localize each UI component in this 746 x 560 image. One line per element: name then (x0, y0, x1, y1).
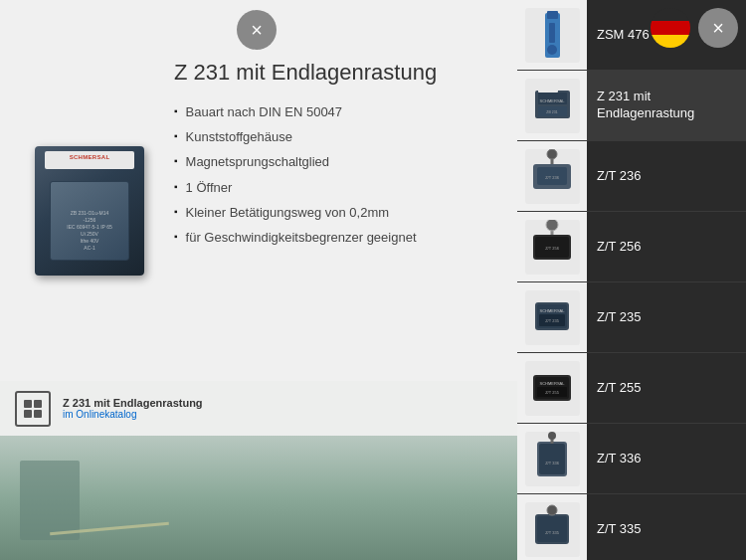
product-title: Z 231 mit Endlagenrastung (174, 60, 497, 86)
sidebar-label-zt336: Z/T 336 (587, 443, 746, 475)
feature-item-3: Magnetsprungschaltglied (174, 153, 497, 171)
svg-point-42 (547, 505, 557, 515)
sidebar-item-z231[interactable]: SCHMERSAL ZB 231 Z 231 mitEndlagenrastun… (517, 71, 746, 141)
flag-black (651, 8, 690, 21)
product-image-text: ZB 231-O1u-M14-1256IEC 60947-5-1 IP 65Ui… (51, 210, 128, 252)
svg-text:SCHMERSAL: SCHMERSAL (539, 98, 565, 103)
thumb-image-zt236: Z/T 236 (525, 149, 580, 204)
catalog-text: Z 231 mit Endlagenrastung im Onlinekatal… (63, 397, 203, 420)
svg-text:Z/T 236: Z/T 236 (545, 175, 559, 180)
right-sidebar: ZSM 476 SCHMERSAL ZB 231 Z 231 mitEndlag… (517, 0, 746, 560)
feature-item-5: Kleiner Betätigungsweg von 0,2mm (174, 204, 497, 222)
sidebar-label-zt335: Z/T 335 (587, 513, 746, 546)
grid-cell-3 (24, 410, 32, 418)
catalog-link-text[interactable]: im Onlinekatalog (63, 409, 203, 420)
thumb-image-zt255: SCHMERSAL Z/T 255 (525, 361, 580, 416)
sidebar-thumb-zt256: Z/T 256 (517, 212, 587, 281)
thumb-image-z231: SCHMERSAL ZB 231 (525, 79, 580, 133)
flag-red (651, 21, 690, 34)
sidebar-thumb-zt336: Z/T 336 (517, 424, 587, 493)
svg-rect-4 (549, 23, 555, 43)
sidebar-item-zt235[interactable]: SCHMERSAL Z/T 235 Z/T 235 (517, 282, 746, 353)
sidebar-label-z231: Z 231 mitEndlagenrastung (587, 81, 746, 130)
flag-gold (651, 35, 690, 48)
sidebar-label-zt235: Z/T 235 (587, 301, 746, 334)
catalog-icon (15, 391, 51, 427)
svg-rect-36 (539, 444, 565, 474)
language-flag-button-global[interactable] (651, 8, 690, 48)
svg-text:Z/T 235: Z/T 235 (545, 318, 559, 323)
sidebar-item-zt255[interactable]: SCHMERSAL Z/T 255 Z/T 255 (517, 353, 746, 424)
svg-point-14 (547, 149, 557, 159)
left-panel: × ZB 231-O1u-M14-1256IEC 60947-5-1 IP 65… (0, 0, 517, 560)
language-flag-button[interactable] (189, 10, 229, 50)
thumb-image-zt335: Z/T 335 (525, 502, 580, 557)
catalog-icon-grid (24, 400, 42, 418)
thumb-image-zt336: Z/T 336 (525, 432, 580, 486)
svg-point-3 (547, 45, 557, 55)
catalog-link-bar[interactable]: Z 231 mit Endlagenrastung im Onlinekatal… (0, 381, 517, 436)
feature-item-1: Bauart nach DIN EN 50047 (174, 103, 497, 121)
sidebar-thumb-zt335: Z/T 335 (517, 494, 587, 560)
grid-cell-2 (34, 400, 42, 408)
svg-rect-41 (537, 516, 567, 542)
sidebar-label-zt256: Z/T 256 (587, 231, 746, 264)
svg-rect-2 (547, 11, 558, 19)
sidebar-thumb-zt235: SCHMERSAL Z/T 235 (517, 282, 587, 352)
global-top-bar: × (651, 8, 738, 48)
product-image-body: ZB 231-O1u-M14-1256IEC 60947-5-1 IP 65Ui… (50, 181, 129, 261)
sidebar-thumb-zsm476 (517, 0, 587, 70)
close-button-global[interactable]: × (698, 8, 738, 48)
svg-text:SCHMERSAL: SCHMERSAL (539, 308, 565, 313)
grid-cell-4 (34, 410, 42, 418)
sidebar-label-zt255: Z/T 255 (587, 372, 746, 405)
sidebar-item-zt335[interactable]: Z/T 335 Z/T 335 (517, 494, 746, 560)
main-content: × ZB 231-O1u-M14-1256IEC 60947-5-1 IP 65… (0, 0, 746, 560)
sidebar-thumb-z231: SCHMERSAL ZB 231 (517, 71, 587, 140)
sidebar-thumb-zt236: Z/T 236 (517, 141, 587, 211)
svg-text:SCHMERSAL: SCHMERSAL (539, 381, 565, 386)
svg-text:Z/T 256: Z/T 256 (545, 246, 559, 251)
sidebar-thumb-zt255: SCHMERSAL Z/T 255 (517, 353, 587, 423)
feature-item-6: für Geschwindigkeitsbegrenzer geeignet (174, 229, 497, 247)
close-button[interactable]: × (237, 10, 277, 50)
grid-cell-1 (24, 400, 32, 408)
svg-text:Z/T 255: Z/T 255 (545, 390, 559, 395)
sidebar-label-zt236: Z/T 236 (587, 160, 746, 193)
svg-text:ZB 231: ZB 231 (546, 110, 557, 114)
sidebar-item-zt236[interactable]: Z/T 236 Z/T 236 (517, 141, 746, 212)
feature-list: Bauart nach DIN EN 50047 Kunststoffgehäu… (174, 103, 497, 247)
product-image-container: ZB 231-O1u-M14-1256IEC 60947-5-1 IP 65Ui… (20, 60, 159, 361)
feature-item-2: Kunststoffgehäuse (174, 128, 497, 146)
svg-text:Z/T 336: Z/T 336 (545, 461, 559, 466)
bottom-section: Z 231 mit Endlagenrastung im Onlinekatal… (0, 381, 517, 560)
feature-item-4: 1 Öffner (174, 179, 497, 197)
thumb-image-zsm476 (525, 8, 580, 63)
top-bar: × (177, 0, 288, 60)
catalog-product-name: Z 231 mit Endlagenrastung (63, 397, 203, 409)
thumb-image-zt235: SCHMERSAL Z/T 235 (525, 290, 580, 345)
thumb-image-zt256: Z/T 256 (525, 220, 580, 275)
svg-point-37 (548, 432, 556, 440)
svg-text:Z/T 335: Z/T 335 (545, 530, 559, 535)
product-info: Z 231 mit Endlagenrastung Bauart nach DI… (159, 60, 497, 361)
sidebar-item-zt336[interactable]: Z/T 336 Z/T 336 (517, 424, 746, 494)
background-scene (0, 436, 517, 560)
sidebar-item-zt256[interactable]: Z/T 256 Z/T 256 (517, 212, 746, 282)
svg-point-20 (546, 220, 558, 231)
product-image: ZB 231-O1u-M14-1256IEC 60947-5-1 IP 65Ui… (35, 146, 144, 276)
svg-rect-7 (538, 87, 558, 93)
